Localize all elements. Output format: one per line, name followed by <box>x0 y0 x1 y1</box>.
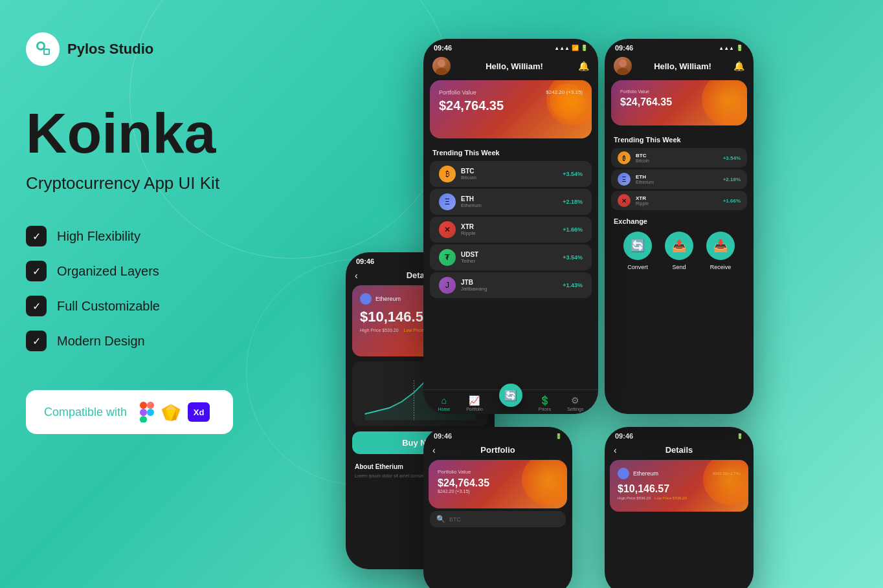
check-icon-layers: ✓ <box>26 261 47 281</box>
status-icons-p4: 🔋 <box>555 433 562 439</box>
jtb-change: +1.43% <box>563 282 583 289</box>
details-header-p5: ‹ Details <box>605 442 754 460</box>
brand-name: Pylos Studio <box>67 41 153 58</box>
coin-decor-p3 <box>702 80 747 125</box>
eth-logo-p1 <box>360 293 372 305</box>
receive-btn[interactable]: 📥 Receive <box>706 232 735 270</box>
portfolio-card-p3: Portfolio Value $24,764.35 <box>611 80 747 125</box>
btc-name: Bitcoin <box>461 175 476 180</box>
refresh-fab-icon: 🔄 <box>504 389 517 402</box>
btc-chg-p3: +3.54% <box>723 155 741 161</box>
eth-logo-p5 <box>618 468 629 479</box>
check-icon-design: ✓ <box>26 331 47 351</box>
portfolio-back-btn[interactable]: ‹ <box>432 445 436 455</box>
bell-icon-p2: 🔔 <box>578 61 589 71</box>
receive-label: Receive <box>710 264 732 270</box>
avatar-p2 <box>432 57 451 75</box>
xtr-symbol: XTR <box>461 223 476 230</box>
brand: Pylos Studio <box>26 32 298 66</box>
portfolio-card-p2: Portfolio Value $24,764.35 $242.20 (+3.1… <box>430 80 592 138</box>
left-panel: Pylos Studio Koinka Cryptocurrency App U… <box>26 32 298 434</box>
xtr-sym-p3: XTR <box>636 195 649 201</box>
nav-prices[interactable]: 💲 Prices <box>539 395 551 411</box>
udst-icon: ₮ <box>439 249 456 266</box>
avatar-p3 <box>614 57 632 75</box>
trending-title-p3: Trending This Week <box>605 132 754 146</box>
eth-name-p5: Ethereum <box>633 470 658 477</box>
port-change-p2: $242.20 (+3.15) <box>546 89 583 95</box>
crypto-names-eth: ETH Etherium <box>461 195 482 208</box>
btc-sym-p3: BTC <box>636 153 649 158</box>
status-bar-p2: 09:46 ▲▲▲ 📶 🔋 <box>423 39 598 54</box>
eth-n-p3: Etherium <box>636 180 654 184</box>
app-subtitle: Cryptocurrency App UI Kit <box>26 173 298 193</box>
crypto-left-xtr: ✕ XTR Ripple <box>439 221 476 238</box>
nav-portfolio[interactable]: 📈 Portfolio <box>466 395 483 411</box>
convert-btn[interactable]: 🔄 Convert <box>623 232 652 270</box>
cn-eth-p3: ETH Etherium <box>636 174 654 184</box>
eth-high-p5: High Price $539.20 <box>618 496 651 500</box>
status-time-p1: 09:46 <box>356 257 374 265</box>
feature-label-design: Modern Design <box>57 334 145 349</box>
send-btn[interactable]: 📤 Send <box>665 232 693 270</box>
signal-p3: ▲▲▲ <box>719 45 734 51</box>
crypto-left-udst: ₮ UDST Tether <box>439 249 478 266</box>
crypto-names-udst: UDST Tether <box>461 251 478 264</box>
battery-p3: 🔋 <box>736 45 743 51</box>
prices-nav-label: Prices <box>539 407 551 411</box>
crypto-names-jtb: JTB Jatibawang <box>461 279 487 292</box>
crypto-names-btc: BTC Bitcoin <box>461 168 476 180</box>
svg-rect-5 <box>147 402 154 409</box>
status-time-p3: 09:46 <box>615 44 633 52</box>
check-icon-customizable: ✓ <box>26 296 47 316</box>
eth-card-p5: Ethereum $242.20(+2.7%) $10,146.57 High … <box>610 460 748 512</box>
nav-settings[interactable]: ⚙ Settings <box>567 395 583 411</box>
phone-details-br: 09:46 🔋 ‹ Details Ethereum $242.20(+2.7%… <box>605 427 754 588</box>
signal-p2: ▲▲▲ <box>554 45 570 51</box>
coin-decor-p4 <box>522 460 567 505</box>
cl-xtr-p3: ✕ XTR Ripple <box>618 194 649 207</box>
prices-nav-icon: 💲 <box>539 395 550 406</box>
status-time-p5: 09:46 <box>615 432 633 440</box>
back-button-p1[interactable]: ‹ <box>355 270 358 281</box>
exchange-title-p3: Exchange <box>614 217 744 225</box>
status-bar-p3: 09:46 ▲▲▲ 🔋 <box>605 39 754 54</box>
udst-name: Tether <box>461 258 478 264</box>
details-title-p5: Details <box>665 445 693 455</box>
svg-rect-7 <box>140 416 147 422</box>
exchange-section-p3: Exchange 🔄 Convert 📤 Send 📥 Receive <box>605 212 754 276</box>
bottom-nav-p2: ⌂ Home 📈 Portfolio 🔄 💲 Prices ⚙ Settings <box>423 389 598 414</box>
jtb-icon: J <box>439 277 456 294</box>
udst-change: +3.54% <box>563 254 583 261</box>
search-bar-p4[interactable]: 🔍 BTC <box>430 511 566 527</box>
battery-p5: 🔋 <box>737 433 743 439</box>
feature-label-layers: Organized Layers <box>57 264 159 279</box>
crypto-eth-p3: Ξ ETH Etherium +2.18% <box>611 169 747 189</box>
nav-refresh-fab[interactable]: 🔄 <box>499 395 522 411</box>
feature-list: ✓ High Flexibility ✓ Organized Layers ✓ … <box>26 226 298 351</box>
receive-icon: 📥 <box>706 232 735 260</box>
feature-label-flexibility: High Flexibility <box>57 229 140 244</box>
crypto-item-udst: ₮ UDST Tether +3.54% <box>430 245 592 270</box>
crypto-left-btc: ₿ BTC Bitcoin <box>439 166 476 182</box>
bell-icon-p3: 🔔 <box>733 61 744 71</box>
home-nav-label: Home <box>438 407 450 411</box>
eth-sym-p3: ETH <box>636 174 654 180</box>
btc-n-p3: Bitcoin <box>636 158 649 163</box>
nav-home[interactable]: ⌂ Home <box>438 395 450 411</box>
feature-item-flexibility: ✓ High Flexibility <box>26 226 298 246</box>
portfolio-nav-icon: 📈 <box>469 395 480 406</box>
phone-home: 09:46 ▲▲▲ 📶 🔋 Hello, William! 🔔 Portfoli… <box>423 39 598 414</box>
crypto-item-eth: Ξ ETH Etherium +2.18% <box>430 189 592 215</box>
jtb-name: Jatibawang <box>461 286 487 292</box>
battery-p2: 🔋 <box>581 45 588 51</box>
greeting-p2: Hello, William! <box>486 61 543 71</box>
cn-btc-p3: BTC Bitcoin <box>636 153 649 163</box>
status-icons-p5: 🔋 <box>737 433 743 439</box>
back-btn-p5[interactable]: ‹ <box>614 445 617 455</box>
convert-label: Convert <box>627 264 648 270</box>
portfolio-page-header: ‹ Portfolio <box>423 442 572 460</box>
btc-change: +3.54% <box>563 171 583 177</box>
eth-change: +2.18% <box>563 199 583 205</box>
eth-symbol: ETH <box>461 195 482 202</box>
